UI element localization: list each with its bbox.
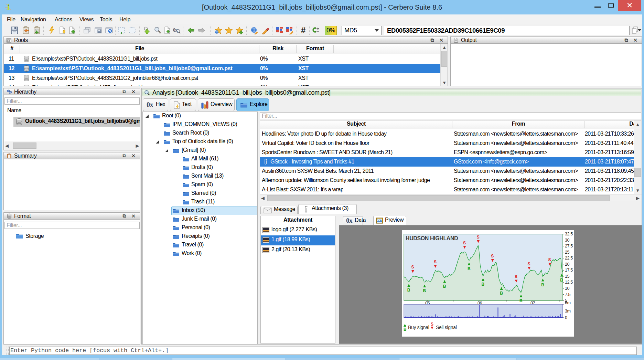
svg-text:S: S [434,260,437,264]
svg-text:S: S [411,265,414,269]
svg-text:20: 20 [565,262,570,267]
svg-text:HUDSON HIGHLAND: HUDSON HIGHLAND [406,235,458,241]
svg-text:B: B [468,266,471,271]
svg-text:22.5: 22.5 [565,256,573,261]
svg-text:Sell signal: Sell signal [436,325,457,330]
svg-text:6m: 6m [565,300,571,305]
svg-text:S: S [463,241,466,245]
svg-text:10: 10 [565,286,570,291]
svg-text:17.5: 17.5 [565,268,573,273]
svg-text:12.5: 12.5 [565,280,573,285]
svg-text:3m: 3m [565,309,571,314]
svg-text:#: # [301,26,305,34]
svg-text:B: B [500,291,503,296]
svg-text:25: 25 [565,250,570,255]
svg-text:S: S [477,235,480,240]
svg-text:27.5: 27.5 [565,244,573,248]
svg-text:32.5: 32.5 [565,232,573,236]
svg-text:30: 30 [565,238,570,243]
svg-text:15: 15 [565,274,570,279]
svg-text:S: S [515,274,517,279]
svg-text:B: B [404,327,407,332]
svg-text:S: S [491,254,494,258]
svg-text:B: B [519,298,523,303]
svg-text:0: 0 [565,315,567,320]
svg-text:B: B [423,288,426,293]
svg-text:B: B [443,284,446,289]
svg-text:Buy signal: Buy signal [408,325,429,330]
svg-text:S: S [528,262,530,266]
svg-text:B: B [560,278,563,283]
svg-text:7.5: 7.5 [565,292,571,297]
svg-text:B: B [482,282,485,287]
svg-text:S: S [431,322,433,327]
svg-text:B: B [407,288,410,293]
svg-text:B: B [541,283,544,287]
svg-text:S: S [548,257,551,262]
